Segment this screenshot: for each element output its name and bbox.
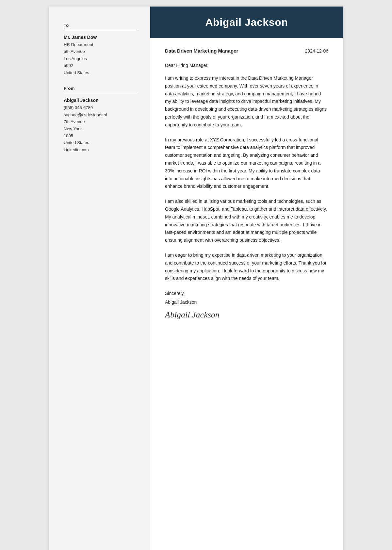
recipient-city: Los Angeles (64, 55, 137, 62)
recipient-department: HR Department (64, 41, 137, 48)
sender-country: United States (64, 139, 137, 146)
from-label: From (64, 86, 137, 91)
sender-email: support@cvdesigner.ai (64, 111, 137, 118)
sender-city: New York (64, 125, 137, 132)
closing: Sincerely, (165, 290, 328, 298)
sender-street: 7th Avenue (64, 118, 137, 125)
closing-name: Abigail Jackson (165, 299, 328, 305)
recipient-name: Mr. James Dow (64, 35, 137, 40)
from-section: From Abigail Jackson (555) 345-6789 supp… (64, 86, 137, 153)
from-divider (64, 93, 137, 93)
paragraph-3: I am also skilled in utilizing various m… (165, 198, 328, 244)
letter-content: Data Driven Marketing Manager 2024-12-06… (150, 38, 343, 333)
sender-zip: 1005 (64, 132, 137, 139)
recipient-country: United States (64, 69, 137, 76)
sidebar: To Mr. James Dow HR Department 5th Avenu… (49, 7, 150, 550)
paragraph-4: I am eager to bring my expertise in data… (165, 251, 328, 283)
recipient-street: 5th Avenue (64, 48, 137, 55)
meta-row: Data Driven Marketing Manager 2024-12-06 (165, 48, 328, 54)
greeting: Dear Hiring Manager, (165, 63, 328, 68)
header-banner: Abigail Jackson (150, 7, 343, 38)
sender-name: Abigail Jackson (64, 98, 137, 103)
header-name: Abigail Jackson (205, 16, 288, 28)
paragraph-2: In my previous role at XYZ Corporation, … (165, 136, 328, 191)
job-title: Data Driven Marketing Manager (165, 48, 238, 54)
sender-phone: (555) 345-6789 (64, 104, 137, 111)
page: To Mr. James Dow HR Department 5th Avenu… (49, 7, 343, 550)
to-label: To (64, 23, 137, 28)
sender-website: Linkedin.com (64, 146, 137, 153)
to-divider (64, 30, 137, 30)
main-content: Abigail Jackson Data Driven Marketing Ma… (150, 7, 343, 550)
to-section: To Mr. James Dow HR Department 5th Avenu… (64, 23, 137, 76)
signature: Abigail Jackson (165, 310, 328, 320)
recipient-zip: 5002 (64, 62, 137, 69)
paragraph-1: I am writing to express my interest in t… (165, 74, 328, 129)
date: 2024-12-06 (305, 48, 328, 54)
